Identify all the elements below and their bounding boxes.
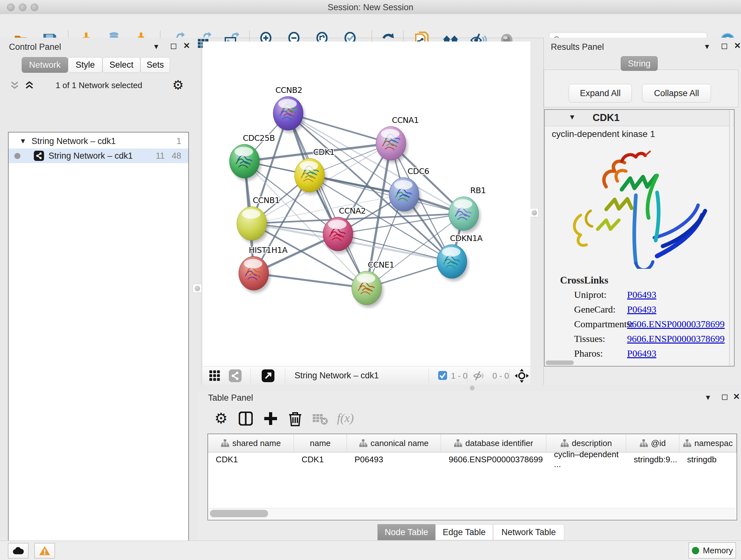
tab-network-table[interactable]: Network Table <box>493 524 564 540</box>
crosslink-link[interactable]: P06493 <box>627 348 657 359</box>
cytoscape-window: Session: New Session <box>0 0 741 560</box>
table-cell[interactable]: CDK1 <box>208 452 294 466</box>
results-panel-close-icon[interactable]: ✕ <box>734 41 741 51</box>
delete-table-icon[interactable] <box>313 414 328 425</box>
open-in-new-window-icon[interactable] <box>262 369 274 382</box>
crosslink-label: GeneCard: <box>574 304 616 315</box>
table-cell[interactable]: stringdb:9... <box>626 452 679 466</box>
tab-select-label: Select <box>110 60 133 70</box>
results-vertical-scrollbar[interactable] <box>729 110 733 366</box>
table-panel-close-icon[interactable]: ✕ <box>733 392 740 401</box>
network-collection-row[interactable]: ▼ String Network – cdk1 1 <box>9 134 188 148</box>
selected-checkbox-icon[interactable] <box>438 371 447 380</box>
tab-select[interactable]: Select <box>103 57 140 73</box>
crosslink-label: Tissues: <box>574 333 605 344</box>
control-panel-close-icon[interactable]: ✕ <box>183 41 190 51</box>
table-horizontal-scrollbar-thumb[interactable] <box>210 510 268 517</box>
window-title: Session: New Session <box>0 3 741 12</box>
network-options-gear-icon[interactable]: ⚙ <box>172 78 184 91</box>
table-options-gear-icon[interactable]: ⚙ <box>214 411 227 426</box>
network-node-CCNB2[interactable]: CCNB2 <box>273 85 305 133</box>
crosslink-link[interactable]: 9606.ENSP00000378699 <box>627 333 725 344</box>
left-splitter[interactable] <box>201 38 201 385</box>
collection-expand-icon[interactable]: ▼ <box>19 137 26 145</box>
network-graph[interactable]: CCNB2CCNA1CDC25BCDK1CDC6RB1CCNB1CCNA2CDK… <box>203 42 530 366</box>
string-view-icon[interactable] <box>229 369 242 382</box>
memory-status-dot-icon <box>692 547 699 554</box>
hidden-eye-slash-icon <box>473 371 485 381</box>
horizontal-splitter-handle[interactable] <box>470 386 475 390</box>
tab-edge-table[interactable]: Edge Table <box>435 524 493 540</box>
table-panel-collapse-icon[interactable]: ▾ <box>706 392 710 402</box>
fit-selection-crosshair-icon[interactable] <box>515 369 529 383</box>
delete-column-icon[interactable] <box>288 411 302 426</box>
left-splitter-handle[interactable] <box>193 284 202 293</box>
cloud-status-button[interactable] <box>8 543 28 558</box>
right-splitter-handle[interactable] <box>530 208 539 217</box>
horizontal-splitter[interactable] <box>198 385 741 391</box>
table-horizontal-scrollbar[interactable] <box>209 508 736 519</box>
add-column-icon[interactable] <box>264 412 278 426</box>
network-node-CDKN1A[interactable]: CDKN1A <box>437 234 482 281</box>
network-node-CCNE1[interactable]: CCNE1 <box>352 260 394 307</box>
column-header--id[interactable]: @id <box>626 434 679 452</box>
column-header-canonical-name[interactable]: canonical name <box>347 434 441 452</box>
network-label: String Network – cdk1 <box>49 151 133 161</box>
control-panel-collapse-icon[interactable]: ▾ <box>154 42 158 51</box>
results-horizontal-scrollbar-thumb[interactable] <box>546 361 574 365</box>
tab-sets[interactable]: Sets <box>140 57 170 73</box>
crosslink-link[interactable]: P06493 <box>627 304 657 315</box>
tab-node-table-label: Node Table <box>385 527 428 537</box>
table-cell[interactable]: CDK1 <box>294 452 347 466</box>
column-hierarchy-icon <box>683 439 691 447</box>
results-panel-float-icon[interactable]: ◻ <box>721 41 728 51</box>
table-cell[interactable]: cyclin–dependent ... <box>546 452 626 466</box>
crosslink-link[interactable]: P06493 <box>627 289 657 300</box>
tab-sets-label: Sets <box>146 60 164 70</box>
tab-edge-table-label: Edge Table <box>443 527 486 537</box>
column-header-database-identifier[interactable]: database identifier <box>441 434 546 452</box>
column-header-shared-name[interactable]: shared name <box>208 434 294 452</box>
table-row[interactable]: CDK1CDK1P064939606.ENSP00000378699cyclin… <box>208 452 737 466</box>
column-hierarchy-icon <box>359 439 367 447</box>
table-panel-float-icon[interactable]: ◻ <box>721 392 728 401</box>
collection-count: 1 <box>177 136 181 146</box>
hidden-node-edge-counts: 0 - 0 <box>492 371 509 381</box>
table-cell[interactable]: P06493 <box>347 452 441 466</box>
network-selection-status: 1 of 1 Network selected <box>38 80 159 90</box>
gene-symbol: CDK1 <box>593 112 619 124</box>
node-label: CDC25B <box>243 133 275 143</box>
expand-all-button[interactable]: Expand All <box>569 84 632 103</box>
crosslink-row: Pharos:P06493 <box>545 348 734 363</box>
control-panel-float-icon[interactable]: ◻ <box>170 41 177 51</box>
network-node-RB1[interactable]: RB1 <box>449 186 486 233</box>
control-panel-title: Control Panel <box>9 42 61 52</box>
network-canvas[interactable]: CCNB2CCNA1CDC25BCDK1CDC6RB1CCNB1CCNA2CDK… <box>203 42 530 366</box>
column-header-name[interactable]: name <box>294 434 347 452</box>
column-header-namespac[interactable]: namespac <box>679 434 737 452</box>
results-panel-collapse-icon[interactable]: ▾ <box>705 42 709 51</box>
collapse-all-button[interactable]: Collapse All <box>642 84 711 103</box>
gene-section-header[interactable]: ▼ CDK1 <box>545 110 734 126</box>
memory-button[interactable]: Memory <box>689 543 736 558</box>
network-node-HIST1H1A[interactable]: HIST1H1A <box>239 246 287 293</box>
table-cell[interactable]: 9606.ENSP00000378699 <box>441 452 546 466</box>
tab-network[interactable]: Network <box>22 57 68 73</box>
cloud-icon <box>12 547 24 555</box>
collapse-all-chevrons-icon[interactable] <box>10 81 20 91</box>
crosslink-link[interactable]: 9606.ENSP00000378699 <box>627 319 725 329</box>
table-header-row: shared namenamecanonical namedatabase id… <box>208 434 737 452</box>
birds-eye-view-icon[interactable] <box>209 370 220 381</box>
network-node-CCNA1[interactable]: CCNA1 <box>376 116 419 163</box>
function-builder-icon[interactable]: f(x) <box>337 411 354 425</box>
expand-all-chevrons-icon[interactable] <box>24 81 35 91</box>
tab-string[interactable]: String <box>621 56 658 71</box>
warnings-button[interactable] <box>35 543 55 558</box>
tab-node-table[interactable]: Node Table <box>378 524 435 540</box>
tab-style[interactable]: Style <box>68 57 103 73</box>
toolbar-separator <box>509 368 510 383</box>
gene-expand-icon[interactable]: ▼ <box>569 113 576 121</box>
show-columns-icon[interactable] <box>239 412 253 426</box>
network-row[interactable]: String Network – cdk1 11 48 <box>9 148 188 163</box>
table-cell[interactable]: stringdb <box>679 452 737 466</box>
